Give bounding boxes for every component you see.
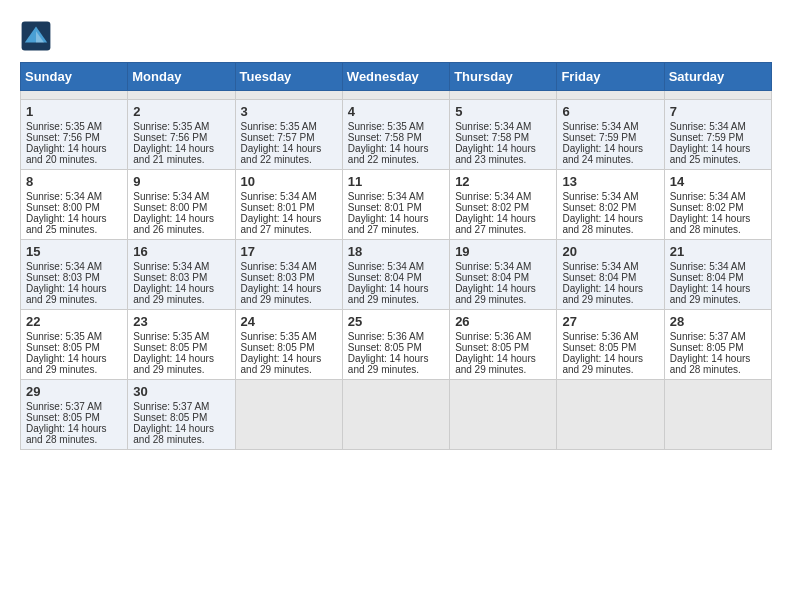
sunset-text: Sunset: 7:59 PM bbox=[670, 132, 744, 143]
daylight-text: Daylight: 14 hours and 25 minutes. bbox=[26, 213, 107, 235]
calendar-cell bbox=[450, 91, 557, 100]
daylight-text: Daylight: 14 hours and 25 minutes. bbox=[670, 143, 751, 165]
daylight-text: Daylight: 14 hours and 28 minutes. bbox=[670, 213, 751, 235]
day-number: 7 bbox=[670, 104, 766, 119]
weekday-header: Tuesday bbox=[235, 63, 342, 91]
sunset-text: Sunset: 7:58 PM bbox=[348, 132, 422, 143]
sunset-text: Sunset: 8:01 PM bbox=[348, 202, 422, 213]
daylight-text: Daylight: 14 hours and 29 minutes. bbox=[455, 283, 536, 305]
sunset-text: Sunset: 8:05 PM bbox=[133, 342, 207, 353]
day-number: 26 bbox=[455, 314, 551, 329]
calendar-cell bbox=[664, 91, 771, 100]
sunrise-text: Sunrise: 5:37 AM bbox=[133, 401, 209, 412]
daylight-text: Daylight: 14 hours and 22 minutes. bbox=[348, 143, 429, 165]
calendar-cell: 7Sunrise: 5:34 AMSunset: 7:59 PMDaylight… bbox=[664, 100, 771, 170]
day-number: 20 bbox=[562, 244, 658, 259]
daylight-text: Daylight: 14 hours and 29 minutes. bbox=[133, 353, 214, 375]
sunrise-text: Sunrise: 5:37 AM bbox=[26, 401, 102, 412]
weekday-header: Monday bbox=[128, 63, 235, 91]
sunrise-text: Sunrise: 5:37 AM bbox=[670, 331, 746, 342]
day-number: 9 bbox=[133, 174, 229, 189]
sunset-text: Sunset: 8:04 PM bbox=[348, 272, 422, 283]
sunrise-text: Sunrise: 5:34 AM bbox=[562, 261, 638, 272]
calendar-cell: 15Sunrise: 5:34 AMSunset: 8:03 PMDayligh… bbox=[21, 240, 128, 310]
sunset-text: Sunset: 8:05 PM bbox=[26, 342, 100, 353]
sunrise-text: Sunrise: 5:34 AM bbox=[455, 191, 531, 202]
day-number: 17 bbox=[241, 244, 337, 259]
day-number: 11 bbox=[348, 174, 444, 189]
calendar-cell: 9Sunrise: 5:34 AMSunset: 8:00 PMDaylight… bbox=[128, 170, 235, 240]
weekday-header: Wednesday bbox=[342, 63, 449, 91]
calendar-cell: 17Sunrise: 5:34 AMSunset: 8:03 PMDayligh… bbox=[235, 240, 342, 310]
sunset-text: Sunset: 8:04 PM bbox=[562, 272, 636, 283]
sunset-text: Sunset: 8:05 PM bbox=[562, 342, 636, 353]
calendar-cell: 5Sunrise: 5:34 AMSunset: 7:58 PMDaylight… bbox=[450, 100, 557, 170]
sunset-text: Sunset: 8:00 PM bbox=[26, 202, 100, 213]
sunrise-text: Sunrise: 5:36 AM bbox=[455, 331, 531, 342]
daylight-text: Daylight: 14 hours and 26 minutes. bbox=[133, 213, 214, 235]
sunset-text: Sunset: 8:03 PM bbox=[133, 272, 207, 283]
sunrise-text: Sunrise: 5:34 AM bbox=[348, 261, 424, 272]
logo-icon bbox=[20, 20, 52, 52]
sunrise-text: Sunrise: 5:34 AM bbox=[670, 121, 746, 132]
calendar-cell bbox=[557, 380, 664, 450]
sunset-text: Sunset: 8:05 PM bbox=[26, 412, 100, 423]
sunset-text: Sunset: 8:03 PM bbox=[26, 272, 100, 283]
calendar-cell bbox=[235, 91, 342, 100]
day-number: 29 bbox=[26, 384, 122, 399]
daylight-text: Daylight: 14 hours and 20 minutes. bbox=[26, 143, 107, 165]
calendar-cell: 3Sunrise: 5:35 AMSunset: 7:57 PMDaylight… bbox=[235, 100, 342, 170]
sunset-text: Sunset: 8:05 PM bbox=[133, 412, 207, 423]
sunset-text: Sunset: 8:02 PM bbox=[670, 202, 744, 213]
sunset-text: Sunset: 7:56 PM bbox=[133, 132, 207, 143]
sunset-text: Sunset: 8:04 PM bbox=[670, 272, 744, 283]
weekday-header: Thursday bbox=[450, 63, 557, 91]
day-number: 19 bbox=[455, 244, 551, 259]
calendar-cell: 13Sunrise: 5:34 AMSunset: 8:02 PMDayligh… bbox=[557, 170, 664, 240]
calendar-cell: 14Sunrise: 5:34 AMSunset: 8:02 PMDayligh… bbox=[664, 170, 771, 240]
day-number: 2 bbox=[133, 104, 229, 119]
sunrise-text: Sunrise: 5:35 AM bbox=[133, 121, 209, 132]
sunrise-text: Sunrise: 5:34 AM bbox=[455, 261, 531, 272]
calendar-cell: 20Sunrise: 5:34 AMSunset: 8:04 PMDayligh… bbox=[557, 240, 664, 310]
sunset-text: Sunset: 8:03 PM bbox=[241, 272, 315, 283]
sunrise-text: Sunrise: 5:34 AM bbox=[133, 191, 209, 202]
sunrise-text: Sunrise: 5:34 AM bbox=[670, 261, 746, 272]
calendar-cell bbox=[235, 380, 342, 450]
day-number: 15 bbox=[26, 244, 122, 259]
sunrise-text: Sunrise: 5:34 AM bbox=[670, 191, 746, 202]
day-number: 3 bbox=[241, 104, 337, 119]
sunrise-text: Sunrise: 5:36 AM bbox=[562, 331, 638, 342]
daylight-text: Daylight: 14 hours and 29 minutes. bbox=[26, 283, 107, 305]
sunset-text: Sunset: 7:57 PM bbox=[241, 132, 315, 143]
day-number: 10 bbox=[241, 174, 337, 189]
page-header bbox=[20, 20, 772, 52]
weekday-header: Sunday bbox=[21, 63, 128, 91]
daylight-text: Daylight: 14 hours and 28 minutes. bbox=[562, 213, 643, 235]
day-number: 14 bbox=[670, 174, 766, 189]
calendar-cell bbox=[342, 91, 449, 100]
day-number: 8 bbox=[26, 174, 122, 189]
calendar-cell: 6Sunrise: 5:34 AMSunset: 7:59 PMDaylight… bbox=[557, 100, 664, 170]
sunset-text: Sunset: 7:56 PM bbox=[26, 132, 100, 143]
day-number: 25 bbox=[348, 314, 444, 329]
daylight-text: Daylight: 14 hours and 29 minutes. bbox=[455, 353, 536, 375]
sunset-text: Sunset: 7:58 PM bbox=[455, 132, 529, 143]
daylight-text: Daylight: 14 hours and 29 minutes. bbox=[348, 353, 429, 375]
sunrise-text: Sunrise: 5:34 AM bbox=[26, 261, 102, 272]
calendar-cell bbox=[128, 91, 235, 100]
daylight-text: Daylight: 14 hours and 29 minutes. bbox=[670, 283, 751, 305]
calendar-cell bbox=[664, 380, 771, 450]
day-number: 23 bbox=[133, 314, 229, 329]
calendar-cell: 12Sunrise: 5:34 AMSunset: 8:02 PMDayligh… bbox=[450, 170, 557, 240]
day-number: 4 bbox=[348, 104, 444, 119]
calendar-cell: 19Sunrise: 5:34 AMSunset: 8:04 PMDayligh… bbox=[450, 240, 557, 310]
calendar: SundayMondayTuesdayWednesdayThursdayFrid… bbox=[20, 62, 772, 450]
day-number: 1 bbox=[26, 104, 122, 119]
daylight-text: Daylight: 14 hours and 29 minutes. bbox=[133, 283, 214, 305]
day-number: 21 bbox=[670, 244, 766, 259]
weekday-header: Friday bbox=[557, 63, 664, 91]
daylight-text: Daylight: 14 hours and 21 minutes. bbox=[133, 143, 214, 165]
sunrise-text: Sunrise: 5:34 AM bbox=[241, 191, 317, 202]
calendar-cell bbox=[21, 91, 128, 100]
